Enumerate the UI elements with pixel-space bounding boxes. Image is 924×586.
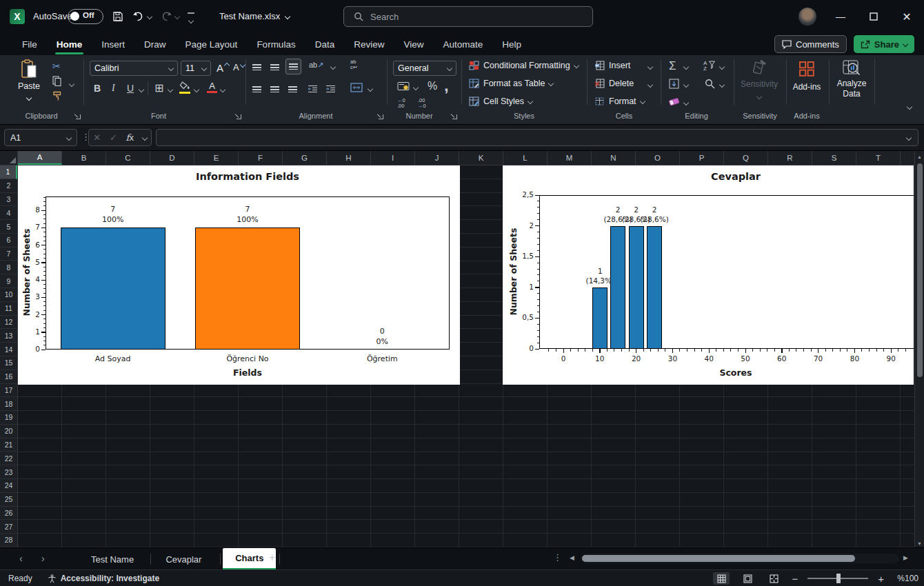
column-header-I[interactable]: I: [371, 151, 415, 165]
cell-styles-button[interactable]: Cell Styles: [469, 97, 532, 106]
comma-style-button[interactable]: ,: [444, 76, 449, 95]
select-all-corner[interactable]: [0, 151, 18, 165]
alignment-dialog-launcher[interactable]: [377, 113, 383, 119]
normal-view-button[interactable]: [713, 572, 730, 585]
column-header-S[interactable]: S: [812, 151, 856, 165]
ribbon-tab-file[interactable]: File: [12, 36, 47, 53]
column-header-H[interactable]: H: [327, 151, 371, 165]
column-header-T[interactable]: T: [856, 151, 901, 165]
decrease-decimal-button[interactable]: .00→0: [418, 98, 426, 109]
zoom-out-button[interactable]: −: [792, 573, 798, 585]
scroll-down-icon[interactable]: ▼: [915, 541, 924, 546]
autosum-chevron-icon[interactable]: [683, 64, 689, 70]
excel-logo-icon[interactable]: X: [10, 9, 25, 24]
ribbon-tab-formulas[interactable]: Formulas: [247, 36, 305, 53]
addins-button[interactable]: Add-ins: [790, 61, 823, 92]
insert-chevron-icon[interactable]: [647, 64, 653, 70]
clear-chevron-icon[interactable]: [683, 100, 689, 105]
column-header-K[interactable]: K: [459, 151, 503, 165]
undo-menu-chevron-icon[interactable]: [147, 14, 152, 19]
format-as-table-button[interactable]: Format as Table: [469, 79, 553, 88]
font-size-select[interactable]: 11: [181, 61, 211, 76]
scroll-left-icon[interactable]: ◀: [570, 554, 574, 561]
name-box[interactable]: A1: [4, 129, 77, 146]
row-header-15[interactable]: 15: [0, 356, 17, 370]
increase-indent-button[interactable]: [325, 84, 336, 94]
number-dialog-launcher[interactable]: [451, 113, 457, 119]
ribbon-tab-insert[interactable]: Insert: [92, 36, 134, 53]
fill-chevron-icon[interactable]: [683, 82, 689, 88]
cancel-icon[interactable]: ✕: [93, 132, 101, 143]
column-header-O[interactable]: O: [636, 151, 680, 165]
minimize-button[interactable]: —: [825, 0, 856, 33]
clear-button[interactable]: [669, 97, 680, 108]
page-break-preview-button[interactable]: [765, 572, 782, 585]
find-select-button[interactable]: [705, 79, 715, 91]
undo-button[interactable]: [132, 10, 145, 24]
customize-quick-access-button[interactable]: [188, 10, 194, 26]
sheet-tab-charts[interactable]: Charts: [223, 548, 276, 570]
vertical-scroll-thumb[interactable]: [917, 163, 923, 377]
number-format-select[interactable]: General: [393, 61, 456, 76]
row-header-10[interactable]: 10: [0, 288, 17, 302]
row-header-23[interactable]: 23: [0, 465, 17, 479]
wrap-text-button[interactable]: abc↩: [350, 59, 357, 70]
font-color-chevron-icon[interactable]: [220, 87, 225, 92]
underline-button[interactable]: U: [127, 83, 134, 94]
align-right-button[interactable]: [288, 84, 297, 94]
row-header-14[interactable]: 14: [0, 343, 17, 356]
scroll-up-icon[interactable]: ▲: [915, 151, 924, 162]
column-header-N[interactable]: N: [592, 151, 636, 165]
format-painter-button[interactable]: [52, 91, 62, 103]
enter-icon[interactable]: ✓: [110, 132, 117, 143]
row-header-13[interactable]: 13: [0, 329, 17, 343]
share-button[interactable]: Share: [854, 35, 914, 53]
ribbon-tab-home[interactable]: Home: [47, 36, 92, 53]
row-header-1[interactable]: 1: [0, 165, 17, 179]
orientation-button[interactable]: ab↗: [309, 61, 323, 70]
row-header-8[interactable]: 8: [0, 261, 17, 274]
ribbon-tab-help[interactable]: Help: [492, 36, 531, 53]
column-header-R[interactable]: R: [768, 151, 812, 165]
column-header-P[interactable]: P: [680, 151, 724, 165]
accounting-chevron-icon[interactable]: [413, 85, 419, 90]
row-header-9[interactable]: 9: [0, 274, 17, 288]
fill-color-button[interactable]: [179, 81, 190, 94]
bold-button[interactable]: B: [94, 83, 101, 94]
fill-color-chevron-icon[interactable]: [194, 87, 199, 92]
sort-filter-button[interactable]: AZ: [703, 59, 715, 72]
delete-cells-button[interactable]: Delete: [594, 79, 634, 88]
scroll-right-icon[interactable]: ▶: [903, 554, 908, 561]
row-header-4[interactable]: 4: [0, 206, 17, 220]
row-header-26[interactable]: 26: [0, 507, 17, 521]
format-cells-button[interactable]: Format: [594, 97, 645, 106]
bottom-align-button[interactable]: [285, 59, 301, 74]
merge-chevron-icon[interactable]: [368, 86, 373, 92]
increase-font-size-button[interactable]: A: [217, 62, 229, 74]
row-header-22[interactable]: 22: [0, 452, 17, 465]
row-header-18[interactable]: 18: [0, 397, 17, 411]
paste-button[interactable]: Paste: [11, 59, 47, 101]
fill-button[interactable]: [669, 79, 679, 91]
chart-information-fields[interactable]: Information Fields Number of Sheets Fiel…: [18, 165, 460, 385]
chart-cevaplar[interactable]: Cevaplar Number of Sheets Scores 00,511,…: [503, 165, 914, 385]
zoom-level[interactable]: %100: [894, 574, 918, 583]
vertical-scrollbar[interactable]: ▲ ▼: [914, 151, 924, 547]
column-header-B[interactable]: B: [62, 151, 106, 165]
autosum-button[interactable]: Σ: [669, 59, 676, 73]
font-dialog-launcher[interactable]: [235, 113, 241, 119]
page-layout-view-button[interactable]: [739, 572, 756, 585]
comments-button[interactable]: Comments: [774, 35, 847, 53]
row-header-12[interactable]: 12: [0, 316, 17, 330]
autosave-toggle[interactable]: Off: [68, 9, 103, 24]
increase-decimal-button[interactable]: ←0.00: [397, 98, 405, 109]
delete-chevron-icon[interactable]: [647, 82, 653, 88]
sheet-nav-next-icon[interactable]: ›: [41, 553, 45, 564]
sheet-tab-cevaplar[interactable]: Cevaplar: [153, 548, 214, 570]
avatar[interactable]: [799, 8, 816, 26]
document-title-menu[interactable]: Test Name.xlsx: [219, 11, 290, 21]
maximize-button[interactable]: [858, 0, 890, 33]
zoom-slider-thumb[interactable]: [836, 574, 841, 583]
close-button[interactable]: ✕: [891, 0, 923, 33]
new-sheet-button[interactable]: +: [269, 552, 275, 564]
